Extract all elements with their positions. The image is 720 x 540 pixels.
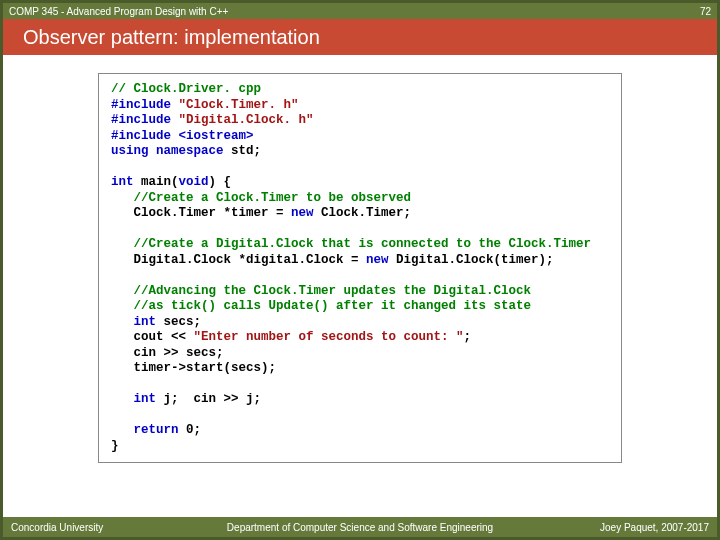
footer-bar: Department of Computer Science and Softw… bbox=[3, 517, 717, 537]
code-text: Clock.Timer; bbox=[314, 206, 412, 220]
code-text: std; bbox=[224, 144, 262, 158]
code-string: "Clock.Timer. h" bbox=[179, 98, 299, 112]
code-text: cout << bbox=[111, 330, 194, 344]
code-keyword: void bbox=[179, 175, 209, 189]
code-text: } bbox=[111, 439, 119, 453]
code-text: Digital.Clock(timer); bbox=[389, 253, 554, 267]
code-comment: //as tick() calls Update() after it chan… bbox=[111, 299, 531, 313]
code-text: Clock.Timer *timer = bbox=[111, 206, 291, 220]
footer-right: Joey Paquet, 2007-2017 bbox=[600, 522, 709, 533]
code-comment: //Advancing the Clock.Timer updates the … bbox=[111, 284, 531, 298]
content-area: // Clock.Driver. cpp #include "Clock.Tim… bbox=[98, 73, 622, 487]
code-keyword: using namespace bbox=[111, 144, 224, 158]
code-text bbox=[111, 423, 134, 437]
page-number: 72 bbox=[700, 6, 711, 17]
code-text: cin >> secs; bbox=[111, 346, 224, 360]
code-keyword: #include bbox=[111, 98, 179, 112]
code-keyword: return bbox=[134, 423, 179, 437]
code-text: j; cin >> j; bbox=[156, 392, 261, 406]
footer-left: Concordia University bbox=[11, 522, 103, 533]
slide-title: Observer pattern: implementation bbox=[23, 26, 320, 49]
code-keyword: int bbox=[111, 175, 134, 189]
code-comment: // Clock.Driver. cpp bbox=[111, 82, 261, 96]
code-keyword: int bbox=[134, 392, 157, 406]
code-keyword: int bbox=[134, 315, 157, 329]
code-text bbox=[111, 392, 134, 406]
code-text: secs; bbox=[156, 315, 201, 329]
header-bar: COMP 345 - Advanced Program Design with … bbox=[3, 3, 717, 19]
code-text bbox=[111, 315, 134, 329]
code-comment: //Create a Clock.Timer to be observed bbox=[111, 191, 411, 205]
code-comment: //Create a Digital.Clock that is connect… bbox=[111, 237, 591, 251]
code-keyword: #include <iostream> bbox=[111, 129, 254, 143]
code-text: ) { bbox=[209, 175, 232, 189]
code-string: "Digital.Clock. h" bbox=[179, 113, 314, 127]
code-listing: // Clock.Driver. cpp #include "Clock.Tim… bbox=[98, 73, 622, 463]
code-text: 0; bbox=[179, 423, 202, 437]
code-text: Digital.Clock *digital.Clock = bbox=[111, 253, 366, 267]
slide-title-bar: Observer pattern: implementation bbox=[3, 19, 717, 55]
code-text: ; bbox=[464, 330, 472, 344]
code-text: main( bbox=[134, 175, 179, 189]
code-text: timer->start(secs); bbox=[111, 361, 276, 375]
code-string: "Enter number of seconds to count: " bbox=[194, 330, 464, 344]
course-label: COMP 345 - Advanced Program Design with … bbox=[9, 6, 228, 17]
code-keyword: #include bbox=[111, 113, 179, 127]
code-keyword: new bbox=[291, 206, 314, 220]
code-keyword: new bbox=[366, 253, 389, 267]
